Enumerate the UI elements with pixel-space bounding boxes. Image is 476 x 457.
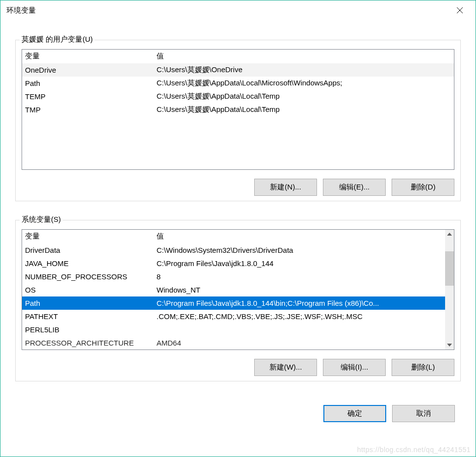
list-item[interactable]: PROCESSOR_ARCHITECTUREAMD64 bbox=[22, 336, 445, 349]
var-value: 8 bbox=[154, 271, 445, 282]
var-value: C:\Users\莫媛媛\AppData\Local\Microsoft\Win… bbox=[154, 78, 454, 89]
list-item[interactable]: PathC:\Program Files\Java\jdk1.8.0_144\b… bbox=[22, 296, 445, 310]
close-button[interactable] bbox=[450, 0, 470, 20]
var-value: C:\Windows\System32\Drivers\DriverData bbox=[154, 245, 445, 255]
var-value: C:\Users\莫媛媛\AppData\Local\Temp bbox=[154, 91, 454, 102]
list-item[interactable]: TEMPC:\Users\莫媛媛\AppData\Local\Temp bbox=[22, 90, 454, 103]
header-value[interactable]: 值 bbox=[154, 230, 454, 242]
var-name: PROCESSOR_ARCHITECTURE bbox=[22, 338, 154, 348]
dialog-footer: 确定 取消 bbox=[0, 391, 476, 432]
header-variable[interactable]: 变量 bbox=[22, 230, 154, 242]
var-name: DriverData bbox=[22, 245, 154, 255]
list-item[interactable]: OSWindows_NT bbox=[22, 283, 445, 296]
var-value: C:\Users\莫媛媛\OneDrive bbox=[154, 64, 454, 76]
list-item[interactable]: PathC:\Users\莫媛媛\AppData\Local\Microsoft… bbox=[22, 77, 454, 90]
var-value: C:\Users\莫媛媛\AppData\Local\Temp bbox=[154, 104, 454, 115]
sys-delete-button[interactable]: 删除(L) bbox=[392, 359, 454, 376]
sys-edit-button[interactable]: 编辑(I)... bbox=[323, 359, 386, 376]
list-item[interactable]: JAVA_HOMEC:\Program Files\Java\jdk1.8.0_… bbox=[22, 257, 445, 270]
user-edit-button[interactable]: 编辑(E)... bbox=[323, 179, 386, 196]
var-name: PERL5LIB bbox=[22, 324, 154, 335]
list-item[interactable]: PERL5LIB bbox=[22, 323, 445, 336]
list-item[interactable]: OneDriveC:\Users\莫媛媛\OneDrive bbox=[22, 63, 454, 77]
system-variables-label: 系统变量(S) bbox=[20, 215, 63, 224]
user-delete-button[interactable]: 删除(D) bbox=[392, 179, 454, 196]
scrollbar[interactable] bbox=[445, 230, 454, 349]
var-value: Windows_NT bbox=[154, 285, 445, 295]
var-value: C:\Program Files\Java\jdk1.8.0_144 bbox=[154, 258, 445, 269]
user-variables-list[interactable]: 变量 值 OneDriveC:\Users\莫媛媛\OneDrivePathC:… bbox=[22, 49, 454, 170]
var-value: C:\Program Files\Java\jdk1.8.0_144\bin;C… bbox=[154, 298, 445, 308]
window-title: 环境变量 bbox=[6, 6, 450, 15]
var-name: PATHEXT bbox=[22, 311, 154, 322]
watermark: https://blog.csdn.net/qq_44241551 bbox=[357, 446, 471, 454]
list-header: 变量 值 bbox=[22, 230, 454, 243]
cancel-button[interactable]: 取消 bbox=[392, 405, 455, 422]
header-variable[interactable]: 变量 bbox=[22, 50, 154, 62]
var-name: TMP bbox=[22, 105, 154, 115]
var-name: OS bbox=[22, 285, 154, 295]
var-name: Path bbox=[22, 298, 154, 308]
var-name: JAVA_HOME bbox=[22, 258, 154, 269]
ok-button[interactable]: 确定 bbox=[323, 405, 386, 422]
var-name: TEMP bbox=[22, 91, 154, 102]
var-value bbox=[154, 329, 445, 331]
scroll-down-icon[interactable] bbox=[445, 341, 454, 349]
var-value: .COM;.EXE;.BAT;.CMD;.VBS;.VBE;.JS;.JSE;.… bbox=[154, 311, 445, 322]
list-item[interactable]: PATHEXT.COM;.EXE;.BAT;.CMD;.VBS;.VBE;.JS… bbox=[22, 310, 445, 323]
titlebar: 环境变量 bbox=[0, 0, 476, 20]
list-header: 变量 值 bbox=[22, 50, 454, 63]
list-item[interactable]: DriverDataC:\Windows\System32\Drivers\Dr… bbox=[22, 243, 445, 257]
header-value[interactable]: 值 bbox=[154, 50, 454, 62]
var-name: NUMBER_OF_PROCESSORS bbox=[22, 271, 154, 282]
system-variables-group: 系统变量(S) 变量 值 DriverDataC:\Windows\System… bbox=[15, 220, 461, 381]
var-name: OneDrive bbox=[22, 65, 154, 75]
user-new-button[interactable]: 新建(N)... bbox=[254, 179, 317, 196]
user-variables-label: 莫媛媛 的用户变量(U) bbox=[20, 35, 95, 44]
system-variables-list[interactable]: 变量 值 DriverDataC:\Windows\System32\Drive… bbox=[22, 229, 454, 350]
close-icon bbox=[456, 7, 463, 14]
list-item[interactable]: TMPC:\Users\莫媛媛\AppData\Local\Temp bbox=[22, 103, 454, 116]
sys-new-button[interactable]: 新建(W)... bbox=[254, 359, 317, 376]
var-value: AMD64 bbox=[154, 338, 445, 348]
scroll-thumb[interactable] bbox=[445, 251, 454, 286]
var-name: Path bbox=[22, 78, 154, 88]
scroll-up-icon[interactable] bbox=[445, 230, 454, 239]
list-item[interactable]: NUMBER_OF_PROCESSORS8 bbox=[22, 270, 445, 283]
user-variables-group: 莫媛媛 的用户变量(U) 变量 值 OneDriveC:\Users\莫媛媛\O… bbox=[15, 40, 461, 201]
